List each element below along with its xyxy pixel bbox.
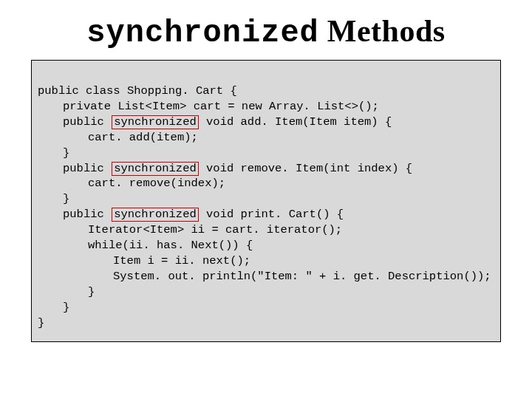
code-line: }	[38, 191, 69, 207]
code-line: public synchronized void print. Cart() {	[38, 207, 344, 222]
code-line: public synchronized void add. Item(Item …	[38, 115, 392, 130]
code-line: System. out. println("Item: " + i. get. …	[38, 269, 491, 284]
title-keyword: synchronized	[86, 16, 318, 51]
code-line: Item i = ii. next();	[38, 253, 250, 269]
code-line: }	[38, 146, 69, 161]
highlight-synchronized: synchronized	[112, 115, 199, 129]
code-text: public	[63, 115, 111, 129]
code-text: void remove. Item(int index) {	[200, 162, 412, 175]
code-text: public	[63, 162, 111, 175]
code-box: public class Shopping. Cart { private Li…	[31, 60, 501, 342]
code-listing: public class Shopping. Cart { private Li…	[38, 68, 494, 331]
code-line: public synchronized void remove. Item(in…	[38, 161, 412, 177]
slide-title: synchronized Methods	[0, 13, 532, 51]
code-text: void print. Cart() {	[200, 208, 344, 221]
slide: { "title": { "word1": "synchronized", "w…	[0, 13, 532, 399]
code-text: public	[63, 208, 111, 221]
title-rest: Methods	[327, 14, 446, 48]
highlight-synchronized: synchronized	[112, 208, 199, 222]
code-line: }	[38, 316, 44, 330]
code-text: void add. Item(Item item) {	[200, 115, 392, 129]
code-line: Iterator<Item> ii = cart. iterator();	[38, 222, 342, 238]
highlight-synchronized: synchronized	[112, 162, 199, 176]
code-line: public class Shopping. Cart {	[38, 84, 237, 98]
code-line: }	[38, 300, 69, 316]
code-line: while(ii. has. Next()) {	[38, 238, 253, 253]
code-line: cart. add(item);	[38, 130, 198, 146]
code-line: }	[38, 284, 95, 300]
code-line: cart. remove(index);	[38, 176, 225, 191]
code-line: private List<Item> cart = new Array. Lis…	[38, 99, 379, 115]
